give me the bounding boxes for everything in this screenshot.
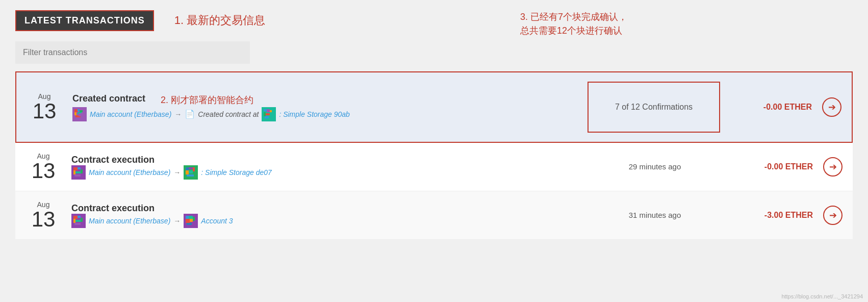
tx-date: Aug 13 bbox=[25, 152, 61, 182]
tx-title: Contract execution bbox=[71, 155, 155, 165]
confirmations-box: 7 of 12 Confirmations bbox=[588, 82, 720, 133]
tx-navigate-button[interactable]: ➔ bbox=[823, 157, 843, 177]
svg-rect-4 bbox=[74, 112, 76, 115]
svg-rect-7 bbox=[79, 113, 82, 116]
svg-rect-9 bbox=[264, 109, 267, 111]
svg-rect-26 bbox=[193, 167, 195, 171]
svg-rect-19 bbox=[73, 170, 75, 174]
tx-subtitle: Main account (Etherbase) → Account 3 bbox=[71, 214, 589, 228]
svg-rect-17 bbox=[73, 167, 78, 170]
annotation-3-line1: 3. 已经有7个块完成确认， bbox=[520, 10, 627, 24]
svg-rect-2 bbox=[78, 109, 80, 111]
tx-content: Created contract 2. 刚才部署的智能合约 bbox=[72, 93, 588, 121]
avatar-to bbox=[184, 165, 198, 180]
tx-time: 31 minutes ago bbox=[629, 211, 681, 219]
tx-amount: -3.00 ETHER bbox=[731, 211, 813, 220]
tx-day: 13 bbox=[32, 159, 56, 183]
avatar-from bbox=[71, 214, 86, 228]
tx-arrow: → bbox=[173, 217, 181, 225]
tx-arrow: → bbox=[173, 168, 181, 177]
contract-doc-icon: 📄 bbox=[185, 109, 195, 119]
tx-status: 31 minutes ago bbox=[589, 211, 721, 220]
tx-status: 29 minutes ago bbox=[589, 162, 721, 171]
table-row: Aug 13 Created contract 2. 刚才部署的智能合约 bbox=[15, 71, 853, 143]
svg-rect-29 bbox=[187, 174, 194, 177]
svg-rect-10 bbox=[267, 109, 270, 112]
tx-navigate-button[interactable]: ➔ bbox=[822, 97, 841, 117]
svg-rect-39 bbox=[189, 216, 193, 219]
tx-to[interactable]: : Simple Storage de07 bbox=[201, 168, 272, 177]
svg-rect-31 bbox=[73, 216, 78, 219]
svg-rect-35 bbox=[81, 218, 83, 222]
svg-rect-11 bbox=[270, 110, 272, 112]
tx-subtitle: Main account (Etherbase) → 📄 Created con… bbox=[72, 107, 588, 121]
tx-to[interactable]: : Simple Storage 90ab bbox=[279, 110, 350, 118]
svg-rect-24 bbox=[186, 167, 189, 170]
svg-rect-20 bbox=[75, 171, 81, 173]
tx-day: 13 bbox=[33, 99, 57, 123]
tx-navigate-button[interactable]: ➔ bbox=[823, 206, 843, 225]
svg-rect-13 bbox=[266, 113, 270, 115]
tx-from[interactable]: Main account (Etherbase) bbox=[89, 168, 170, 177]
tx-to-prefix: Created contract at bbox=[198, 110, 259, 118]
svg-rect-28 bbox=[189, 170, 193, 173]
svg-rect-22 bbox=[74, 174, 81, 177]
annotation-3: 3. 已经有7个块完成确认， 总共需要12个块进行确认 bbox=[520, 10, 627, 38]
svg-rect-41 bbox=[186, 219, 190, 223]
svg-rect-14 bbox=[270, 112, 273, 115]
svg-rect-3 bbox=[80, 110, 83, 112]
page-wrapper: LATEST TRANSACTIONS 1. 最新的交易信息 3. 已经有7个块… bbox=[0, 0, 868, 302]
tx-content: Contract execution Main account (Etherba… bbox=[71, 155, 589, 180]
svg-rect-27 bbox=[186, 170, 189, 174]
tx-time: 29 minutes ago bbox=[629, 162, 681, 171]
tx-date: Aug 13 bbox=[27, 92, 62, 122]
annotation-1: 1. 最新的交易信息 bbox=[174, 13, 265, 28]
svg-rect-33 bbox=[73, 219, 75, 223]
svg-rect-1 bbox=[74, 109, 78, 112]
svg-rect-21 bbox=[81, 169, 83, 173]
tx-from[interactable]: Main account (Etherbase) bbox=[89, 217, 170, 225]
header-section: LATEST TRANSACTIONS 1. 最新的交易信息 bbox=[15, 10, 853, 31]
title-box: LATEST TRANSACTIONS bbox=[15, 10, 154, 31]
svg-rect-18 bbox=[78, 167, 81, 169]
tx-amount: -0.00 ETHER bbox=[730, 103, 812, 112]
svg-rect-36 bbox=[74, 223, 81, 225]
svg-rect-43 bbox=[187, 223, 192, 225]
confirmations-text: 7 of 12 Confirmations bbox=[615, 103, 693, 112]
svg-rect-32 bbox=[78, 216, 81, 218]
tx-subtitle: Main account (Etherbase) → : Simple Stor… bbox=[71, 165, 589, 180]
filter-section bbox=[15, 41, 853, 64]
filter-input[interactable] bbox=[15, 41, 250, 64]
table-row: Aug 13 Contract execution bbox=[15, 191, 853, 240]
tx-to[interactable]: Account 3 bbox=[201, 217, 233, 225]
annotation-3-line2: 总共需要12个块进行确认 bbox=[520, 24, 627, 38]
annotation-2: 2. 刚才部署的智能合约 bbox=[161, 94, 253, 106]
tx-from[interactable]: Main account (Etherbase) bbox=[90, 110, 171, 118]
svg-rect-15 bbox=[265, 116, 269, 118]
svg-rect-40 bbox=[193, 217, 195, 221]
svg-rect-38 bbox=[186, 216, 189, 219]
tx-status: 7 of 12 Confirmations bbox=[588, 82, 720, 133]
table-row: Aug 13 Contract execution bbox=[15, 143, 853, 191]
svg-rect-12 bbox=[264, 112, 266, 116]
svg-rect-34 bbox=[75, 220, 81, 222]
page-title: LATEST TRANSACTIONS bbox=[24, 15, 145, 26]
watermark: https://blog.csdn.net/..._3421294 bbox=[781, 293, 863, 299]
avatar-to bbox=[262, 107, 276, 121]
svg-rect-42 bbox=[190, 219, 193, 222]
avatar-to bbox=[184, 214, 198, 228]
tx-day: 13 bbox=[32, 207, 56, 231]
tx-title: Contract execution bbox=[71, 203, 155, 213]
avatar-from bbox=[72, 107, 87, 121]
tx-title: Created contract bbox=[72, 93, 145, 104]
transactions-list: Aug 13 Created contract 2. 刚才部署的智能合约 bbox=[15, 71, 853, 240]
tx-content: Contract execution Main account (Etherba… bbox=[71, 203, 589, 228]
avatar-from bbox=[71, 165, 86, 180]
tx-arrow: → bbox=[174, 110, 182, 118]
tx-amount: -0.00 ETHER bbox=[731, 162, 813, 171]
svg-rect-25 bbox=[189, 167, 193, 169]
tx-date: Aug 13 bbox=[25, 200, 61, 230]
